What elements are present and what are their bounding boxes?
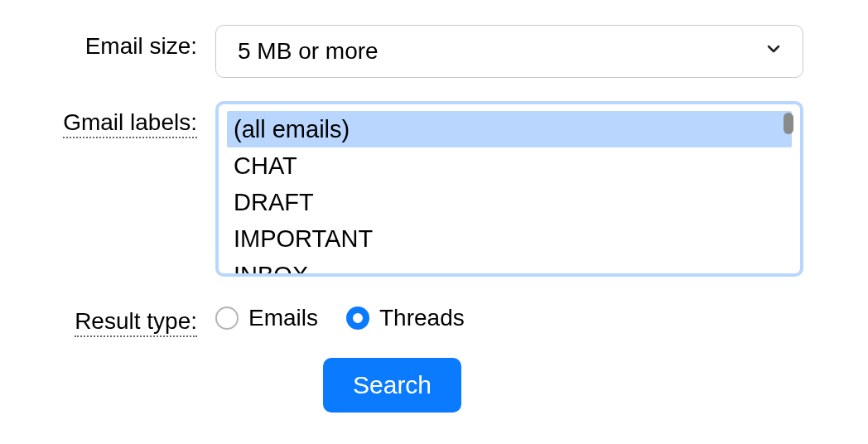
gmail-labels-label-col: Gmail labels: [0,101,215,136]
search-button[interactable]: Search [323,358,461,413]
gmail-labels-row: Gmail labels: (all emails)CHATDRAFTIMPOR… [0,101,827,277]
gmail-label-option[interactable]: DRAFT [227,184,792,220]
gmail-labels-field-col: (all emails)CHATDRAFTIMPORTANTINBOX [215,101,803,277]
email-size-select[interactable]: 5 MB or more [215,25,803,78]
email-size-label: Email size: [85,33,197,59]
gmail-labels-label: Gmail labels: [63,109,197,138]
email-size-field-col: 5 MB or more [215,25,803,78]
result-type-label: Result type: [75,308,197,337]
email-size-selected-value: 5 MB or more [238,38,379,65]
result-type-option[interactable]: Threads [346,305,465,331]
email-size-label-col: Email size: [0,25,215,60]
gmail-labels-listbox[interactable]: (all emails)CHATDRAFTIMPORTANTINBOX [222,108,797,273]
gmail-label-option[interactable]: (all emails) [227,111,792,147]
gmail-label-option[interactable]: IMPORTANT [227,220,792,257]
result-type-label-col: Result type: [0,300,215,335]
result-type-row: Result type: EmailsThreads [0,300,827,335]
gmail-label-option[interactable]: CHAT [227,147,792,184]
radio-checked-icon[interactable] [346,306,369,330]
radio-label: Threads [379,305,465,331]
email-size-select-display[interactable]: 5 MB or more [215,25,803,78]
scrollbar-thumb[interactable] [784,113,793,134]
result-type-field-col: EmailsThreads [215,300,803,331]
search-form: Email size: 5 MB or more Gmail labels: (… [0,0,868,437]
result-type-radio-group: EmailsThreads [215,300,803,331]
gmail-label-option[interactable]: INBOX [227,257,792,273]
result-type-option[interactable]: Emails [215,305,318,331]
radio-unchecked-icon[interactable] [215,306,239,330]
gmail-labels-listbox-wrap: (all emails)CHATDRAFTIMPORTANTINBOX [215,101,803,277]
radio-label: Emails [248,305,318,331]
email-size-row: Email size: 5 MB or more [0,25,827,78]
button-row: Search [0,358,827,413]
